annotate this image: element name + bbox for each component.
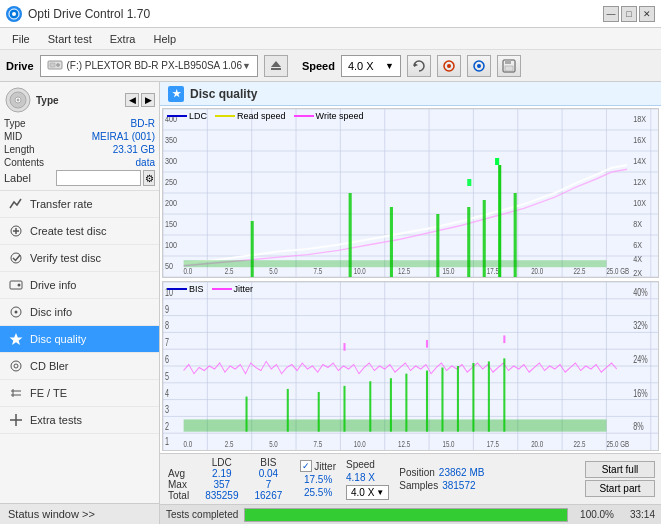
app-logo [6, 6, 22, 22]
jitter-checkbox[interactable]: ✓ [300, 460, 312, 472]
sidebar-item-extra-tests[interactable]: Extra tests [0, 407, 159, 434]
drive-dropdown-icon: ▼ [242, 61, 251, 71]
svg-text:250: 250 [165, 175, 177, 186]
svg-rect-6 [271, 68, 281, 70]
status-window-button[interactable]: Status window >> [0, 503, 159, 524]
stats-avg-bis: 0.04 [247, 468, 291, 479]
save-button[interactable] [497, 55, 521, 77]
disc-contents-row: Contents data [4, 157, 155, 168]
progress-fill [245, 509, 567, 521]
start-full-button[interactable]: Start full [585, 461, 655, 478]
menu-extra[interactable]: Extra [102, 31, 144, 47]
drive-select-value: (F:) PLEXTOR BD-R PX-LB950SA 1.06 [67, 60, 242, 71]
maximize-button[interactable]: □ [621, 6, 637, 22]
disc-next-button[interactable]: ▶ [141, 93, 155, 107]
svg-text:7.5: 7.5 [314, 439, 323, 450]
disc-mid-row: MID MEIRA1 (001) [4, 131, 155, 142]
svg-rect-154 [441, 368, 443, 432]
svg-point-11 [477, 64, 481, 68]
legend-jitter-label: Jitter [234, 284, 254, 294]
legend-write: Write speed [294, 111, 364, 121]
svg-text:25.0 GB: 25.0 GB [606, 266, 629, 276]
drive-select[interactable]: (F:) PLEXTOR BD-R PX-LB950SA 1.06 ▼ [40, 55, 258, 77]
eject-button[interactable] [264, 55, 288, 77]
position-section: Position 23862 MB Samples 381572 [399, 467, 484, 491]
sidebar-item-drive-info[interactable]: Drive info [0, 272, 159, 299]
chart2-svg: 10 9 8 7 6 5 4 3 2 1 40% 32% 24% 16% 8% [163, 282, 658, 450]
cd-bler-icon [8, 358, 24, 374]
svg-rect-153 [426, 371, 428, 432]
legend-jitter: Jitter [212, 284, 254, 294]
disc-panel-icon [4, 86, 32, 114]
sidebar: Type ◀ ▶ Type BD-R MID MEIRA1 (001) Leng… [0, 82, 160, 524]
status-window-label: Status window >> [8, 508, 95, 520]
disc-label-input[interactable] [56, 170, 141, 186]
svg-text:5.0: 5.0 [269, 439, 278, 450]
position-label: Position [399, 467, 435, 478]
titlebar-controls: — □ ✕ [603, 6, 655, 22]
speed-select-arrow: ▼ [376, 488, 384, 497]
read-button[interactable] [467, 55, 491, 77]
svg-text:14X: 14X [633, 154, 646, 165]
svg-rect-151 [390, 378, 392, 431]
svg-text:22.5: 22.5 [573, 266, 585, 276]
sidebar-label-create-test-disc: Create test disc [30, 225, 106, 237]
svg-rect-146 [246, 397, 248, 432]
legend-read-label: Read speed [237, 111, 286, 121]
jitter-avg-value: 17.5% [300, 474, 336, 485]
speed-select[interactable]: 4.0 X ▼ [341, 55, 401, 77]
sidebar-item-cd-bler[interactable]: CD Bler [0, 353, 159, 380]
sidebar-item-verify-test-disc[interactable]: Verify test disc [0, 245, 159, 272]
disc-info-panel: Type ◀ ▶ Type BD-R MID MEIRA1 (001) Leng… [0, 82, 159, 191]
disc-quality-title: Disc quality [190, 87, 257, 101]
legend-bis: BIS [167, 284, 204, 294]
chart2-legend: BIS Jitter [167, 284, 253, 294]
svg-rect-149 [343, 386, 345, 432]
write-button[interactable] [437, 55, 461, 77]
create-test-disc-icon [8, 223, 24, 239]
menu-file[interactable]: File [4, 31, 38, 47]
svg-text:32%: 32% [633, 320, 647, 332]
svg-rect-88 [436, 214, 439, 277]
disc-label-label: Label [4, 172, 56, 184]
refresh-button[interactable] [407, 55, 431, 77]
disc-prev-button[interactable]: ◀ [125, 93, 139, 107]
sidebar-item-create-test-disc[interactable]: Create test disc [0, 218, 159, 245]
svg-text:15.0: 15.0 [442, 266, 454, 276]
speed-value: 4.0 X [348, 60, 374, 72]
sidebar-label-verify-test-disc: Verify test disc [30, 252, 101, 264]
stats-table: LDC BIS Avg 2.19 0.04 Max 357 7 [166, 457, 290, 501]
svg-point-18 [17, 99, 20, 102]
sidebar-item-disc-quality[interactable]: Disc quality [0, 326, 159, 353]
close-button[interactable]: ✕ [639, 6, 655, 22]
menu-help[interactable]: Help [145, 31, 184, 47]
svg-point-29 [14, 364, 18, 368]
svg-rect-148 [318, 392, 320, 432]
minimize-button[interactable]: — [603, 6, 619, 22]
svg-text:5: 5 [165, 370, 169, 382]
menu-start-test[interactable]: Start test [40, 31, 100, 47]
jitter-section: ✓ Jitter 17.5% 25.5% [300, 460, 336, 498]
disc-quality-icon-header: ★ [168, 86, 184, 102]
svg-text:9: 9 [165, 303, 169, 315]
svg-rect-161 [503, 335, 505, 343]
speed-select-stats[interactable]: 4.0 X ▼ [346, 485, 389, 500]
main-layout: Type ◀ ▶ Type BD-R MID MEIRA1 (001) Leng… [0, 82, 661, 524]
sidebar-item-transfer-rate[interactable]: Transfer rate [0, 191, 159, 218]
svg-rect-14 [505, 66, 513, 71]
disc-quality-icon [8, 331, 24, 347]
svg-text:200: 200 [165, 196, 177, 207]
svg-rect-157 [488, 361, 490, 431]
ldc-chart: LDC Read speed Write speed [162, 108, 659, 278]
svg-text:12.5: 12.5 [398, 266, 410, 276]
svg-rect-150 [369, 381, 371, 431]
legend-read: Read speed [215, 111, 286, 121]
svg-point-28 [11, 361, 21, 371]
start-part-button[interactable]: Start part [585, 480, 655, 497]
samples-row: Samples 381572 [399, 480, 484, 491]
disc-label-button[interactable]: ⚙ [143, 170, 155, 186]
svg-rect-158 [503, 358, 505, 431]
legend-bis-label: BIS [189, 284, 204, 294]
sidebar-item-disc-info[interactable]: Disc info [0, 299, 159, 326]
sidebar-item-fe-te[interactable]: FE / TE [0, 380, 159, 407]
